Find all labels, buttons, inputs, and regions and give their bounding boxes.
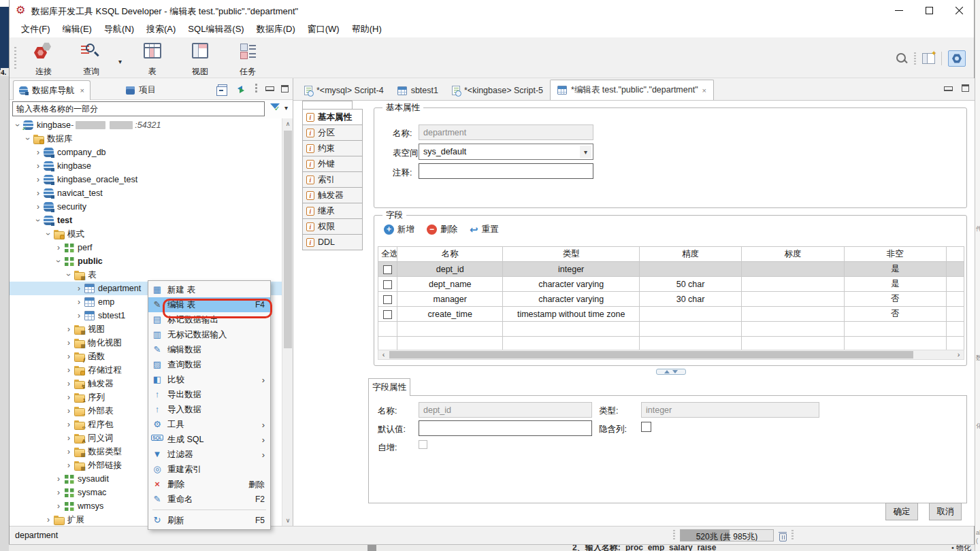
- row-checkbox[interactable]: [383, 265, 392, 274]
- tree-chevron-icon[interactable]: ›: [65, 393, 73, 401]
- tree-chevron-icon[interactable]: ›: [65, 352, 73, 361]
- cell[interactable]: [397, 322, 503, 337]
- tree-chevron-icon[interactable]: ›: [34, 148, 42, 156]
- tree-item-navicat_test[interactable]: ›navicat_test: [10, 186, 282, 200]
- cell[interactable]: 是: [844, 277, 946, 292]
- menu-item-2[interactable]: 导航(N): [98, 21, 140, 37]
- fields-table-hscrollbar[interactable]: ‹ ›: [378, 350, 964, 360]
- tree-chevron-icon[interactable]: ›: [75, 284, 83, 293]
- context-menu-item-edit-data[interactable]: ✎编辑数据: [148, 342, 270, 357]
- cell[interactable]: timestamp without time zone: [503, 307, 639, 322]
- cell[interactable]: create_time: [397, 307, 503, 322]
- tree-item-模式[interactable]: ›模式: [10, 227, 282, 241]
- cell[interactable]: [742, 292, 844, 307]
- tree-item-kingbase_oracle_test[interactable]: ›kingbase_oracle_test: [10, 173, 282, 186]
- cell[interactable]: [639, 307, 741, 322]
- panel-maximize-icon[interactable]: [281, 85, 289, 93]
- panel-minimize-icon[interactable]: [265, 85, 274, 92]
- cell[interactable]: [742, 307, 844, 322]
- table-row[interactable]: dept_namecharacter varying50 char是: [378, 277, 964, 292]
- hidden-column-checkbox[interactable]: [641, 422, 651, 432]
- table-button[interactable]: 表: [131, 41, 174, 78]
- link-with-editor-icon[interactable]: [235, 84, 247, 93]
- editor-tab-3[interactable]: *编辑表 test."public"."department"×: [550, 80, 714, 100]
- column-header-4[interactable]: 标度: [742, 247, 844, 262]
- tree-item-kingbase[interactable]: ›kingbase - :54321: [10, 118, 282, 132]
- context-menu-item-delete[interactable]: ×删除删除: [148, 477, 270, 492]
- tree-chevron-icon[interactable]: ›: [34, 203, 42, 211]
- row-checkbox[interactable]: [383, 310, 392, 319]
- context-menu-item-refresh[interactable]: ↻刷新F5: [148, 513, 270, 528]
- toolbar-grip[interactable]: [14, 47, 16, 69]
- tree-chevron-icon[interactable]: ›: [34, 162, 42, 170]
- context-menu-item-data-input[interactable]: ▥无标记数据输入: [148, 327, 270, 342]
- tree-chevron-icon[interactable]: ›: [54, 244, 63, 252]
- splitter-up-icon[interactable]: [664, 370, 670, 373]
- splitter-down-icon[interactable]: [672, 370, 678, 373]
- tree-chevron-icon[interactable]: ›: [14, 121, 22, 129]
- tree-item-kingbase[interactable]: ›kingbase: [10, 159, 282, 173]
- table-row[interactable]: managercharacter varying30 char否: [378, 292, 964, 307]
- cell[interactable]: [742, 322, 844, 337]
- open-perspective-icon[interactable]: [922, 53, 935, 64]
- side-tab-约束[interactable]: i约束: [302, 140, 363, 156]
- garbage-collect-icon[interactable]: [779, 531, 787, 541]
- scroll-left-icon[interactable]: ‹: [378, 350, 389, 359]
- tree-chevron-icon[interactable]: ›: [34, 189, 42, 197]
- select-dropdown-icon[interactable]: ▾: [580, 146, 591, 158]
- column-header-5[interactable]: 非空: [844, 247, 946, 262]
- side-tab-继承[interactable]: i继承: [302, 203, 363, 219]
- row-select-cell[interactable]: [378, 262, 397, 277]
- row-select-cell[interactable]: [378, 292, 397, 307]
- side-tab-DDL[interactable]: iDDL: [302, 234, 363, 250]
- tree-chevron-icon[interactable]: ›: [75, 298, 83, 306]
- maximize-button[interactable]: [914, 0, 944, 20]
- splitter-handle[interactable]: [656, 369, 686, 375]
- tree-chevron-icon[interactable]: ›: [75, 312, 83, 320]
- cell[interactable]: [639, 262, 741, 277]
- close-tab-icon[interactable]: ×: [80, 86, 84, 95]
- cell[interactable]: [742, 277, 844, 292]
- tree-chevron-icon[interactable]: ›: [65, 366, 73, 374]
- context-menu-item-import-data[interactable]: ↑导入数据: [148, 402, 270, 417]
- tree-chevron-icon[interactable]: ›: [65, 407, 73, 415]
- row-checkbox[interactable]: [383, 295, 392, 304]
- row-select-cell[interactable]: [378, 277, 397, 292]
- tree-chevron-icon[interactable]: ›: [34, 176, 42, 184]
- tree-item-company_db[interactable]: ›company_db: [10, 146, 282, 159]
- editor-maximize-icon[interactable]: [962, 84, 969, 92]
- hscrollbar-thumb[interactable]: [389, 351, 913, 358]
- cell[interactable]: 30 char: [639, 292, 741, 307]
- cell[interactable]: [639, 322, 741, 337]
- row-checkbox[interactable]: [383, 280, 392, 289]
- menu-item-7[interactable]: 帮助(H): [346, 21, 388, 37]
- comment-input[interactable]: [419, 163, 593, 179]
- tree-chevron-icon[interactable]: ›: [65, 339, 73, 347]
- tree-chevron-icon[interactable]: ›: [65, 325, 73, 333]
- cell[interactable]: dept_name: [397, 277, 503, 292]
- editor-minimize-icon[interactable]: [944, 85, 952, 92]
- tree-chevron-icon[interactable]: ›: [65, 420, 73, 429]
- splitter[interactable]: [368, 367, 974, 376]
- cell[interactable]: character varying: [503, 292, 639, 307]
- cell[interactable]: [503, 322, 639, 337]
- menu-item-1[interactable]: 编辑(E): [56, 21, 98, 37]
- tree-chevron-icon[interactable]: ›: [65, 461, 73, 469]
- tree-item-数据库[interactable]: ›数据库: [10, 132, 282, 146]
- scrollbar-thumb[interactable]: [284, 131, 292, 348]
- memory-gauge[interactable]: 520兆 (共 985兆): [680, 529, 774, 541]
- context-menu-item-data-output[interactable]: ▤标记数据输出: [148, 312, 270, 327]
- row-select-cell[interactable]: [378, 307, 397, 322]
- context-menu-item-tools[interactable]: ⚙工具›: [148, 417, 270, 432]
- scroll-up-icon[interactable]: ∧: [282, 118, 293, 129]
- tree-chevron-icon[interactable]: ›: [54, 257, 63, 265]
- tree-chevron-icon[interactable]: ›: [65, 271, 73, 279]
- tree-chevron-icon[interactable]: ›: [54, 502, 63, 510]
- menu-item-6[interactable]: 窗口(W): [301, 21, 346, 37]
- close-button[interactable]: [944, 0, 974, 20]
- editor-tab-1[interactable]: sbtest1: [391, 81, 445, 100]
- context-menu-item-filter[interactable]: ▼过滤器›: [148, 447, 270, 462]
- side-tab-基本属性[interactable]: i基本属性: [302, 109, 363, 125]
- editor-tab-0[interactable]: *<mysql> Script-4: [297, 81, 391, 100]
- cancel-button[interactable]: 取消: [929, 503, 962, 520]
